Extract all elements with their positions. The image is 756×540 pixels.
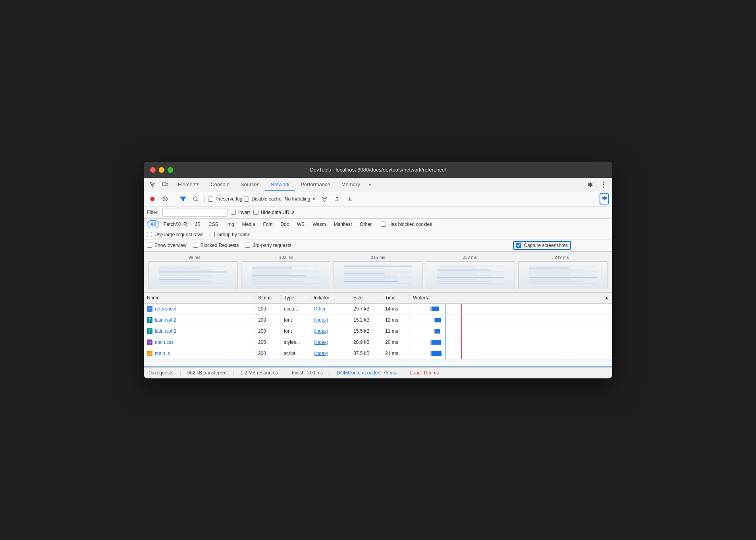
inspect-icon[interactable]	[147, 179, 158, 190]
td-type-4: script	[281, 351, 310, 356]
filter-font[interactable]: Font	[259, 220, 276, 228]
svg-line-9	[197, 200, 199, 202]
filter-all[interactable]: All	[147, 220, 159, 228]
timestamps-row: 99 ms 182 ms 215 ms 232 ms 249 ms	[148, 255, 608, 260]
table-row[interactable]: T latin.woff2 200 font (index) 15.5 kB 1…	[144, 326, 612, 337]
filter-manifest[interactable]: Manifest	[330, 220, 355, 228]
th-waterfall[interactable]: Waterfall ▲	[410, 295, 612, 301]
td-type-0: docu...	[281, 306, 310, 312]
type-filters-bar: All Fetch/XHR JS CSS Img Media Font Doc …	[144, 219, 612, 230]
options-row-2: Show overview Blocked Requests 3rd-party…	[144, 239, 612, 252]
screenshots-row	[148, 261, 608, 289]
th-size[interactable]: Size	[350, 295, 382, 301]
td-waterfall-4	[410, 348, 612, 359]
tab-performance[interactable]: Performance	[295, 179, 336, 191]
td-size-4: 37.5 kB	[350, 351, 382, 356]
third-party-checkbox[interactable]: 3rd-party requests	[245, 243, 291, 248]
filter-button[interactable]	[177, 193, 189, 204]
svg-point-4	[603, 187, 604, 188]
td-status-4: 200	[255, 351, 281, 356]
filter-css[interactable]: CSS	[205, 220, 222, 228]
hide-data-urls-checkbox[interactable]: Hide data URLs	[253, 210, 295, 215]
th-name[interactable]: Name	[144, 295, 255, 301]
td-time-2: 11 ms	[382, 328, 410, 334]
large-rows-checkbox[interactable]: Use large request rows	[147, 232, 203, 237]
screenshot-thumb-2[interactable]	[241, 261, 330, 289]
settings-icon[interactable]	[584, 179, 596, 190]
import-har-button[interactable]	[332, 193, 343, 204]
screenshot-thumb-3[interactable]	[334, 261, 423, 289]
table-row[interactable]: ✏ main.css 200 styles... (index) 28.9 kB…	[144, 337, 612, 348]
table-header: Name Status Type Initiator Size Time Wat…	[144, 293, 612, 304]
timestamp-2: 182 ms	[240, 255, 332, 260]
show-overview-checkbox[interactable]: Show overview	[147, 243, 187, 248]
filter-input[interactable]	[162, 208, 228, 217]
filter-other[interactable]: Other	[356, 220, 375, 228]
status-finish: Finish: 200 ms	[292, 370, 323, 376]
invert-checkbox[interactable]: Invert	[231, 210, 250, 215]
tab-elements[interactable]: Elements	[172, 179, 205, 191]
filter-wasm[interactable]: Wasm	[309, 220, 330, 228]
minimize-button[interactable]	[159, 167, 164, 173]
td-status-3: 200	[255, 339, 281, 345]
more-options-icon[interactable]	[598, 179, 609, 190]
td-name-3: ✏ main.css	[144, 339, 255, 345]
search-button[interactable]	[190, 193, 201, 204]
filter-js[interactable]: JS	[191, 220, 204, 228]
font-icon: T	[147, 328, 152, 334]
clear-button[interactable]	[160, 193, 171, 204]
traffic-lights	[150, 167, 173, 173]
maximize-button[interactable]	[168, 167, 173, 173]
td-initiator-1: (index)	[310, 317, 350, 323]
close-button[interactable]	[150, 167, 156, 173]
network-table: Name Status Type Initiator Size Time Wat…	[144, 293, 612, 367]
svg-point-10	[324, 201, 325, 202]
device-toggle-icon[interactable]	[160, 179, 171, 190]
online-icon[interactable]	[319, 193, 330, 204]
preserve-log-checkbox[interactable]: Preserve log	[208, 196, 242, 202]
network-settings-button[interactable]	[600, 193, 609, 204]
has-blocked-cookies-checkbox[interactable]: Has blocked cookies	[381, 222, 432, 227]
screenshot-thumb-1[interactable]	[148, 261, 238, 289]
filter-img[interactable]: Img	[223, 220, 238, 228]
filter-media[interactable]: Media	[239, 220, 259, 228]
table-row[interactable]: ≡ reference/ 200 docu... Other 29.7 kB 1…	[144, 304, 612, 315]
more-tabs-button[interactable]: »	[366, 179, 375, 190]
th-status[interactable]: Status	[255, 295, 281, 301]
disable-cache-checkbox[interactable]: Disable cache	[244, 196, 281, 202]
td-time-0: 14 ms	[382, 306, 410, 312]
th-type[interactable]: Type	[281, 295, 310, 301]
td-name-2: T latin.woff2	[144, 328, 255, 334]
filter-label: Filter	[147, 210, 158, 215]
timestamp-5: 249 ms	[516, 255, 608, 260]
filter-ws[interactable]: WS	[293, 220, 308, 228]
tab-console[interactable]: Console	[205, 179, 235, 191]
tab-sources[interactable]: Sources	[235, 179, 265, 191]
css-icon: ✏	[147, 339, 152, 345]
td-time-1: 12 ms	[382, 317, 410, 323]
td-size-2: 15.5 kB	[350, 328, 382, 334]
table-row[interactable]: T latin.woff2 200 font (index) 15.2 kB 1…	[144, 315, 612, 326]
th-initiator[interactable]: Initiator	[310, 295, 350, 301]
td-name-4: JS main.js	[144, 351, 255, 356]
capture-screenshots-checkbox[interactable]: Capture screenshots	[513, 241, 571, 250]
tab-memory[interactable]: Memory	[336, 179, 366, 191]
td-waterfall-2	[410, 326, 612, 337]
export-har-button[interactable]	[344, 193, 355, 204]
screenshot-thumb-4[interactable]	[426, 261, 515, 289]
blocked-requests-checkbox[interactable]: Blocked Requests	[193, 243, 239, 248]
title-bar: DevTools - localhost:8080/docs/devtools/…	[144, 162, 612, 178]
td-type-1: font	[281, 317, 310, 323]
table-row[interactable]: JS main.js 200 script (index) 37.5 kB 21…	[144, 348, 612, 359]
screenshots-bar: 99 ms 182 ms 215 ms 232 ms 249 ms	[144, 252, 612, 293]
td-type-2: font	[281, 328, 310, 334]
throttle-select[interactable]: No throttling ▼	[283, 195, 318, 202]
th-time[interactable]: Time	[382, 295, 410, 301]
td-time-3: 20 ms	[382, 339, 410, 345]
screenshot-thumb-5[interactable]	[518, 261, 608, 289]
tab-network[interactable]: Network	[265, 179, 295, 191]
filter-doc[interactable]: Doc	[277, 220, 292, 228]
filter-fetch-xhr[interactable]: Fetch/XHR	[160, 220, 191, 228]
record-button[interactable]	[147, 193, 158, 204]
group-by-frame-checkbox[interactable]: Group by frame	[210, 232, 250, 237]
